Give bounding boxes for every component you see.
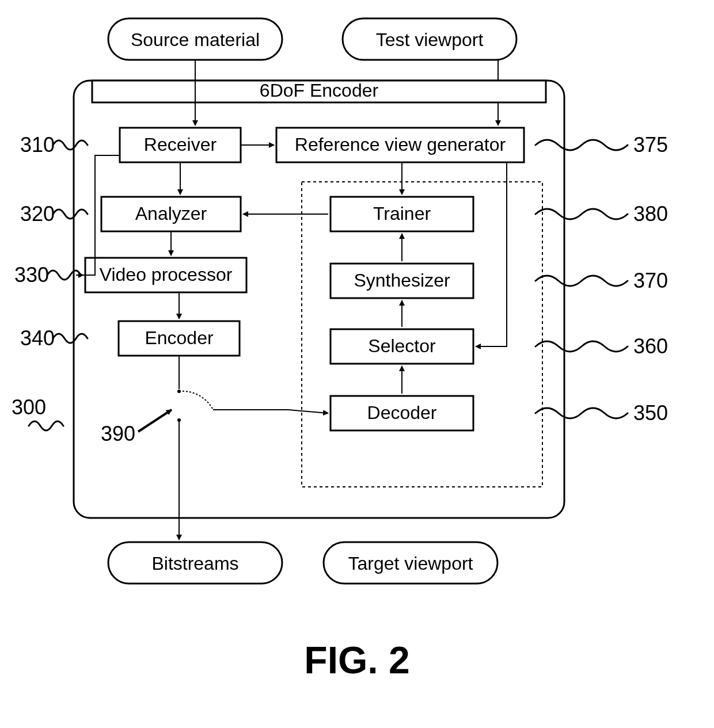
label-video-processor: Video processor	[100, 264, 233, 285]
ref-380: 380	[633, 202, 668, 226]
ref-330: 330	[14, 263, 49, 287]
ref-350: 350	[633, 401, 668, 425]
label-receiver: Receiver	[144, 134, 217, 155]
label-synthesizer: Synthesizer	[354, 270, 450, 291]
label-container-title: 6DoF Encoder	[260, 80, 379, 101]
label-selector: Selector	[368, 336, 436, 356]
label-bitstreams: Bitstreams	[151, 553, 238, 574]
label-target-viewport: Target viewport	[348, 553, 473, 574]
ref-310: 310	[20, 133, 55, 157]
ref-370: 370	[633, 269, 668, 292]
label-encoder: Encoder	[145, 327, 214, 348]
ref-340: 340	[20, 326, 55, 350]
ref-320: 320	[20, 202, 55, 226]
squiggle-300	[29, 421, 63, 430]
switch-bottom-node	[177, 418, 181, 422]
ref-300: 300	[12, 395, 46, 419]
label-source-material: Source material	[131, 29, 260, 50]
label-trainer: Trainer	[373, 203, 431, 224]
label-analyzer: Analyzer	[135, 203, 207, 224]
ref-375: 375	[633, 133, 668, 157]
label-ref-gen: Reference view generator	[295, 134, 506, 155]
figure-label: FIG. 2	[304, 639, 409, 681]
ref-390: 390	[101, 422, 135, 445]
diagram-stage: Source material Test viewport 6DoF Encod…	[0, 0, 714, 728]
ref-360: 360	[633, 334, 668, 358]
label-test-viewport: Test viewport	[376, 29, 484, 50]
label-decoder: Decoder	[367, 402, 437, 423]
